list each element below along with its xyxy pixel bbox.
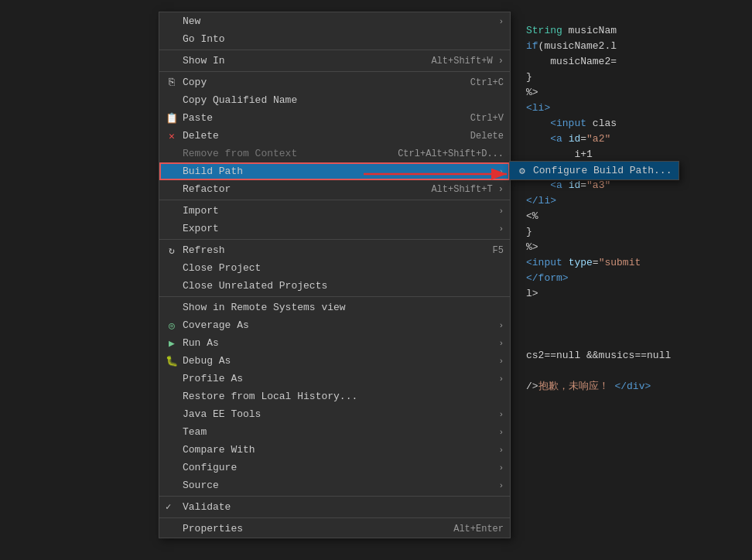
menu-item-remove-from-context: Remove from Context Ctrl+Alt+Shift+D... xyxy=(159,145,510,162)
menu-item-copy[interactable]: ⎘ Copy Ctrl+C xyxy=(159,73,510,91)
copy-icon: ⎘ xyxy=(166,77,178,89)
menu-item-refactor[interactable]: Refactor Alt+Shift+T › xyxy=(159,180,510,198)
menu-item-configure[interactable]: Configure › xyxy=(159,459,510,476)
shortcut-properties: Alt+Enter xyxy=(453,524,504,534)
menu-item-new[interactable]: New › xyxy=(159,12,510,30)
menu-item-close-unrelated[interactable]: Close Unrelated Projects xyxy=(159,277,510,295)
submenu-arrow-coverage: › xyxy=(498,321,504,330)
shortcut-refactor: Alt+Shift+T › xyxy=(431,184,504,195)
menu-item-source[interactable]: Source › xyxy=(159,476,510,494)
submenu-item-configure-build-path[interactable]: ⚙ Configure Build Path... xyxy=(510,162,679,179)
menu-item-close-project[interactable]: Close Project xyxy=(159,259,510,277)
shortcut-delete: Delete xyxy=(470,131,504,142)
submenu-arrow-team: › xyxy=(498,428,504,437)
submenu-arrow-run: › xyxy=(498,339,504,348)
separator-6 xyxy=(159,496,510,497)
submenu-arrow-compare: › xyxy=(498,446,504,455)
submenu-arrow-new: › xyxy=(498,17,504,26)
menu-item-show-in[interactable]: Show In Alt+Shift+W › xyxy=(159,52,510,70)
submenu-arrow-export: › xyxy=(498,224,504,234)
menu-item-properties[interactable]: Properties Alt+Enter xyxy=(159,520,510,538)
menu-item-build-path[interactable]: Build Path › xyxy=(159,162,510,180)
paste-icon: 📋 xyxy=(166,112,178,125)
menu-item-run-as[interactable]: ▶ Run As › xyxy=(159,334,510,352)
delete-icon: ✕ xyxy=(166,130,178,142)
coverage-icon: ◎ xyxy=(166,319,178,332)
separator-4 xyxy=(159,239,510,240)
submenu-arrow-source: › xyxy=(498,481,504,490)
menu-item-copy-qualified[interactable]: Copy Qualified Name xyxy=(159,91,510,109)
submenu-arrow-configure: › xyxy=(498,463,504,473)
submenu-arrow-java-ee: › xyxy=(498,410,504,419)
refresh-icon: ↻ xyxy=(166,244,178,257)
menu-item-java-ee-tools[interactable]: Java EE Tools › xyxy=(159,405,510,423)
shortcut-copy: Ctrl+C xyxy=(470,77,504,88)
menu-item-coverage-as[interactable]: ◎ Coverage As › xyxy=(159,316,510,334)
run-icon: ▶ xyxy=(166,337,178,350)
menu-item-compare-with[interactable]: Compare With › xyxy=(159,441,510,459)
menu-item-restore-history[interactable]: Restore from Local History... xyxy=(159,388,510,405)
debug-icon: 🐛 xyxy=(166,355,178,367)
shortcut-show-in: Alt+Shift+W › xyxy=(431,56,504,67)
menu-item-go-into[interactable]: Go Into xyxy=(159,30,510,48)
menu-item-delete[interactable]: ✕ Delete Delete xyxy=(159,127,510,145)
menu-item-profile-as[interactable]: Profile As › xyxy=(159,370,510,388)
separator-1 xyxy=(159,50,510,50)
menu-item-validate[interactable]: ✓ Validate xyxy=(159,498,510,516)
separator-5 xyxy=(159,296,510,297)
submenu-arrow-import: › xyxy=(498,207,504,216)
menu-item-export[interactable]: Export › xyxy=(159,220,510,237)
shortcut-remove: Ctrl+Alt+Shift+D... xyxy=(398,149,504,159)
shortcut-paste: Ctrl+V xyxy=(470,113,504,124)
context-menu: New › Go Into Show In Alt+Shift+W › ⎘ Co… xyxy=(159,12,511,538)
submenu-arrow-profile: › xyxy=(498,374,504,384)
menu-item-team[interactable]: Team › xyxy=(159,423,510,441)
menu-item-paste[interactable]: 📋 Paste Ctrl+V xyxy=(159,109,510,127)
validate-checkbox: ✓ xyxy=(166,501,171,513)
menu-item-import[interactable]: Import › xyxy=(159,202,510,220)
shortcut-refresh: F5 xyxy=(493,245,504,256)
separator-7 xyxy=(159,517,510,518)
menu-item-debug-as[interactable]: 🐛 Debug As › xyxy=(159,352,510,370)
gear-icon: ⚙ xyxy=(516,165,528,177)
menu-item-show-remote[interactable]: Show in Remote Systems view xyxy=(159,299,510,316)
menu-item-refresh[interactable]: ↻ Refresh F5 xyxy=(159,241,510,259)
separator-3 xyxy=(159,200,510,200)
build-path-submenu: ⚙ Configure Build Path... xyxy=(509,161,679,180)
submenu-arrow-build-path: › xyxy=(498,167,504,176)
submenu-arrow-debug: › xyxy=(498,357,504,366)
separator-2 xyxy=(159,71,510,72)
